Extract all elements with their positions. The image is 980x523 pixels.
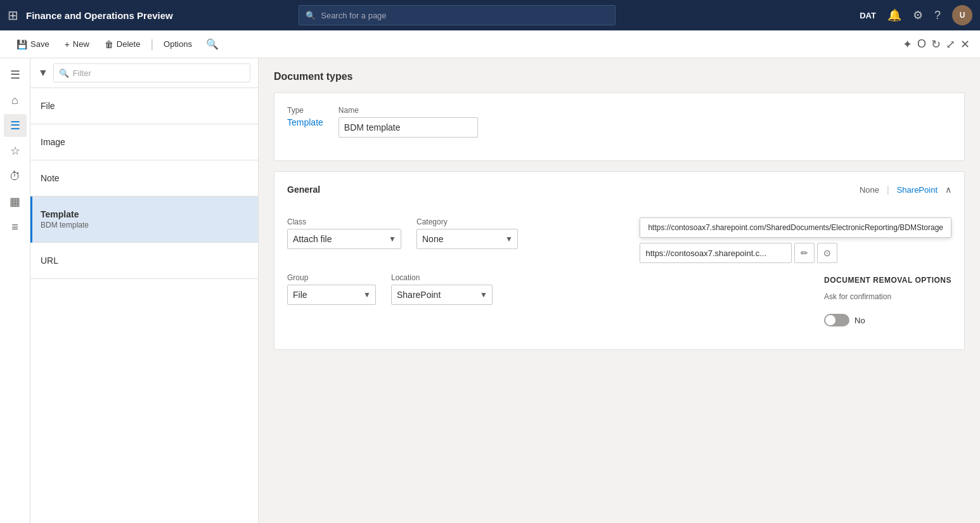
- search-icon: 🔍: [306, 11, 316, 20]
- list-header: ▼ 🔍 Filter: [30, 58, 258, 88]
- url-edit-button[interactable]: ✏: [794, 243, 815, 263]
- class-group: Class Attach file Attach URL Simple note…: [287, 217, 401, 249]
- type-group: Type Template: [287, 106, 323, 127]
- group-select-wrapper: File Image Note URL ▼: [287, 285, 376, 305]
- save-button[interactable]: 💾 Save: [10, 36, 56, 53]
- main-content: Document types Type Template Name Genera…: [259, 58, 980, 523]
- general-section: General None | SharePoint ∧ Class Attach…: [274, 171, 965, 350]
- group-select[interactable]: File Image Note URL: [287, 285, 376, 305]
- type-name-row: Type Template Name: [287, 106, 951, 138]
- list-panel: ▼ 🔍 Filter File Image Note Template BDM …: [30, 58, 259, 523]
- doc-removal-section: DOCUMENT REMOVAL OPTIONS Ask for confirm…: [824, 276, 951, 326]
- list-item-label: Template: [41, 209, 248, 219]
- side-nav-home[interactable]: ⌂: [4, 89, 27, 112]
- side-nav: ☰ ⌂ ☰ ☆ ⏱ ▦ ≡: [0, 58, 30, 523]
- side-nav-recent[interactable]: ⏱: [4, 165, 27, 188]
- category-group: Category None ▼: [416, 217, 518, 249]
- new-icon: +: [65, 39, 70, 49]
- class-label: Class: [287, 217, 401, 226]
- cmd-divider: |: [150, 37, 153, 51]
- class-select-wrapper: Attach file Attach URL Simple note ▼: [287, 229, 401, 249]
- sharepoint-url-tooltip: https://contosoax7.sharepoint.com/Shared…: [640, 217, 951, 238]
- office-icon[interactable]: O: [917, 37, 926, 51]
- ask-confirmation-toggle[interactable]: [824, 314, 849, 326]
- name-group: Name: [338, 106, 478, 138]
- filter-icon[interactable]: ▼: [38, 67, 48, 79]
- toggle-section: No: [824, 314, 951, 326]
- list-item-label: Note: [41, 173, 60, 183]
- close-icon[interactable]: ✕: [960, 37, 970, 51]
- side-nav-workspaces[interactable]: ▦: [4, 190, 27, 213]
- group-group: Group File Image Note URL ▼: [287, 273, 376, 305]
- delete-icon: 🗑: [105, 39, 113, 49]
- app-grid-icon[interactable]: ⊞: [8, 8, 18, 23]
- avatar[interactable]: U: [952, 5, 972, 25]
- location-group: Location SharePoint Database Azure stora…: [391, 273, 493, 305]
- list-item-subtitle: BDM template: [41, 221, 248, 229]
- expand-icon[interactable]: ⤢: [946, 37, 955, 51]
- side-nav-hamburger[interactable]: ☰: [4, 63, 27, 86]
- environment-label: DAT: [860, 11, 876, 20]
- ask-confirmation-label: Ask for confirmation: [824, 292, 906, 301]
- top-nav-right: DAT 🔔 ⚙ ? U: [860, 5, 972, 25]
- sharepoint-url-input[interactable]: [640, 243, 792, 263]
- notification-icon[interactable]: 🔔: [887, 8, 901, 22]
- list-item-template[interactable]: Template BDM template: [30, 197, 258, 243]
- category-label: Category: [416, 217, 518, 226]
- tab-none[interactable]: None: [860, 185, 879, 195]
- settings-icon[interactable]: ⚙: [913, 8, 923, 22]
- class-select[interactable]: Attach file Attach URL Simple note: [287, 229, 401, 249]
- toggle-label: No: [854, 316, 865, 325]
- side-nav-modules[interactable]: ≡: [4, 216, 27, 238]
- group-label: Group: [287, 273, 376, 282]
- cmd-search-icon[interactable]: 🔍: [206, 38, 219, 50]
- options-button[interactable]: Options: [157, 36, 198, 53]
- doc-removal-title: DOCUMENT REMOVAL OPTIONS: [824, 276, 951, 285]
- side-nav-active[interactable]: ☰: [4, 114, 27, 137]
- list-item-file[interactable]: File: [30, 88, 258, 124]
- new-button[interactable]: + New: [58, 36, 96, 53]
- filter-placeholder: Filter: [73, 68, 91, 78]
- location-label: Location: [391, 273, 493, 282]
- command-bar: 💾 Save + New 🗑 Delete | Options 🔍 ✦ O ↻ …: [0, 30, 980, 58]
- list-item-label: Image: [41, 137, 65, 147]
- list-item-note[interactable]: Note: [30, 160, 258, 197]
- type-name-section: Type Template Name: [274, 93, 965, 161]
- name-input[interactable]: [338, 117, 478, 138]
- list-item-label: URL: [41, 255, 58, 266]
- filter-input-wrapper[interactable]: 🔍 Filter: [53, 63, 250, 82]
- location-select[interactable]: SharePoint Database Azure storage: [391, 285, 493, 305]
- group-location-row: Group File Image Note URL ▼ Location: [287, 273, 951, 326]
- general-label: General: [287, 184, 320, 195]
- tab-expand-icon[interactable]: ∧: [945, 184, 951, 195]
- url-input-row: ✏ ⊙: [640, 243, 951, 263]
- type-value-link[interactable]: Template: [287, 117, 323, 127]
- top-nav: ⊞ Finance and Operations Preview 🔍 Searc…: [0, 0, 980, 30]
- sharepoint-url-section: https://contosoax7.sharepoint.com/Shared…: [640, 217, 951, 263]
- refresh-icon[interactable]: ↻: [931, 37, 941, 51]
- side-nav-favorites[interactable]: ☆: [4, 139, 27, 162]
- global-search[interactable]: 🔍 Search for a page: [299, 5, 616, 25]
- page-section-title: Document types: [274, 71, 965, 82]
- list-item-empty: [30, 279, 258, 406]
- delete-button[interactable]: 🗑 Delete: [98, 36, 147, 53]
- filter-search-icon: 🔍: [59, 68, 69, 78]
- list-item-label: File: [41, 101, 55, 111]
- search-placeholder: Search for a page: [321, 11, 386, 20]
- tab-sharepoint[interactable]: SharePoint: [897, 185, 938, 195]
- help-icon[interactable]: ?: [934, 9, 941, 22]
- sparkle-icon[interactable]: ✦: [903, 37, 912, 51]
- url-more-button[interactable]: ⊙: [817, 243, 837, 263]
- general-header: General None | SharePoint ∧: [287, 184, 951, 205]
- list-item-image[interactable]: Image: [30, 124, 258, 160]
- class-category-row: Class Attach file Attach URL Simple note…: [287, 217, 951, 263]
- save-icon: 💾: [16, 39, 27, 49]
- section-tabs: None | SharePoint ∧: [860, 184, 951, 195]
- name-label: Name: [338, 106, 478, 115]
- list-item-url[interactable]: URL: [30, 243, 258, 279]
- category-select[interactable]: None: [416, 229, 518, 249]
- type-label: Type: [287, 106, 323, 115]
- app-title: Finance and Operations Preview: [26, 10, 173, 21]
- toggle-row: Ask for confirmation: [824, 292, 951, 304]
- category-select-wrapper: None ▼: [416, 229, 518, 249]
